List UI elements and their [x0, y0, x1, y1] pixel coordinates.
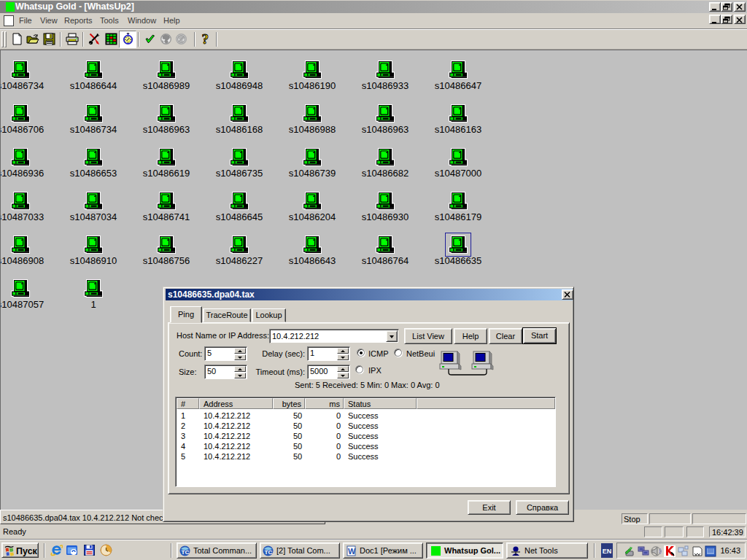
svg-text:?: ? — [202, 33, 209, 45]
svg-text:W: W — [348, 547, 356, 556]
svg-text:TC: TC — [182, 549, 190, 556]
svg-text:TC: TC — [265, 549, 273, 556]
